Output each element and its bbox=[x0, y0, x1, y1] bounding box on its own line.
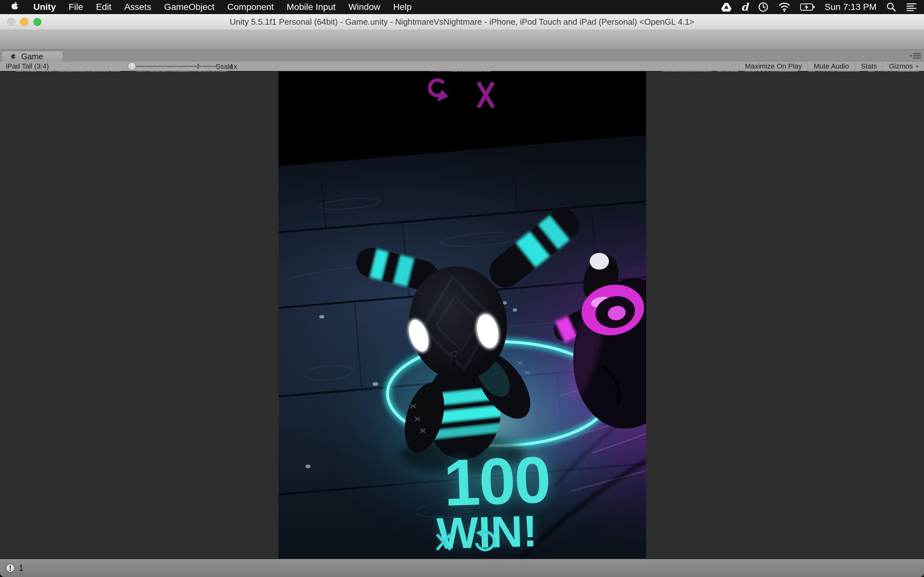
minimize-window-button[interactable] bbox=[20, 18, 28, 26]
close-icon bbox=[476, 81, 496, 109]
tab-options-menu[interactable]: ▾ bbox=[909, 53, 921, 59]
window-title-bar: Unity 5.5.1f1 Personal (64bit) - Game.un… bbox=[0, 14, 924, 30]
battery-icon[interactable] bbox=[800, 3, 815, 11]
game-close-top-button[interactable] bbox=[476, 81, 496, 109]
menu-status-area: d bbox=[721, 1, 924, 13]
menu-unity[interactable]: Unity bbox=[27, 0, 62, 14]
macos-menu-bar: Unity File Edit Assets GameObject Compon… bbox=[0, 0, 924, 14]
window-title: Unity 5.5.1f1 Personal (64bit) - Game.un… bbox=[230, 17, 694, 27]
wifi-icon[interactable] bbox=[779, 2, 790, 12]
apple-icon bbox=[10, 2, 19, 13]
restart-icon bbox=[427, 76, 448, 112]
game-view-icon bbox=[10, 53, 17, 60]
gizmos-dropdown-arrow: ▾ bbox=[916, 64, 918, 69]
window-controls bbox=[7, 18, 41, 26]
tab-menu-arrow-icon: ▾ bbox=[909, 53, 912, 58]
aspect-ratio-value: iPad Tall (3:4) bbox=[0, 62, 49, 71]
stats-label: Stats bbox=[861, 62, 877, 71]
menu-gameobject[interactable]: GameObject bbox=[158, 0, 221, 14]
menu-file[interactable]: File bbox=[62, 0, 89, 14]
menu-mobile-input[interactable]: Mobile Input bbox=[280, 0, 342, 14]
status-bar[interactable]: 1 bbox=[0, 558, 924, 577]
menu-help[interactable]: Help bbox=[387, 0, 418, 14]
menu-window[interactable]: Window bbox=[342, 0, 387, 14]
menu-assets[interactable]: Assets bbox=[118, 0, 158, 14]
maximize-on-play-button[interactable]: Maximize On Play bbox=[739, 61, 808, 71]
apple-menu[interactable] bbox=[0, 2, 27, 13]
menu-component[interactable]: Component bbox=[221, 0, 280, 14]
scale-slider-track[interactable] bbox=[132, 66, 225, 67]
tab-game-label: Game bbox=[21, 52, 43, 61]
gizmos-dropdown[interactable]: Gizmos ▾ bbox=[883, 61, 924, 71]
game-close-bottom-button[interactable] bbox=[435, 532, 453, 552]
scale-slider-handle[interactable] bbox=[128, 62, 136, 71]
mute-audio-label: Mute Audio bbox=[814, 62, 849, 71]
unity-editor-window: Unity File Edit Assets GameObject Compon… bbox=[0, 0, 924, 577]
spotlight-icon[interactable] bbox=[886, 2, 897, 12]
mute-audio-button[interactable]: Mute Audio bbox=[808, 61, 855, 71]
console-message-count: 1 bbox=[19, 563, 23, 573]
console-info-icon bbox=[5, 563, 15, 573]
zoom-window-button[interactable] bbox=[33, 18, 41, 26]
game-view-background: 100 WIN! bbox=[0, 71, 924, 558]
scale-value: 1x bbox=[230, 63, 237, 71]
tab-menu-lines-icon bbox=[913, 53, 921, 59]
menu-edit[interactable]: Edit bbox=[89, 0, 118, 14]
tab-game[interactable]: Game bbox=[2, 51, 63, 61]
unity-toolbar: Center Local bbox=[0, 30, 924, 50]
time-machine-icon[interactable] bbox=[758, 2, 769, 13]
gizmos-label: Gizmos bbox=[889, 62, 913, 71]
game-view-toolbar-right: Maximize On Play Mute Audio Stats Gizmos… bbox=[739, 61, 924, 71]
stats-button[interactable]: Stats bbox=[855, 61, 883, 71]
game-viewport[interactable]: 100 WIN! bbox=[278, 71, 646, 558]
menu-clock[interactable]: Sun 7:13 PM bbox=[825, 2, 877, 12]
game-restart-top-button[interactable] bbox=[427, 76, 448, 112]
restart-icon bbox=[473, 528, 498, 556]
drive-icon[interactable] bbox=[721, 3, 732, 12]
score-text: 100 bbox=[406, 445, 588, 517]
close-icon bbox=[435, 532, 453, 552]
docker-icon[interactable]: d bbox=[741, 1, 748, 13]
game-restart-bottom-button[interactable] bbox=[473, 528, 498, 556]
maximize-on-play-label: Maximize On Play bbox=[745, 62, 802, 71]
close-window-button[interactable] bbox=[7, 18, 15, 26]
game-view-toolbar: iPad Tall (3:4) ▲▼ Scale 1x Maximize On … bbox=[0, 61, 924, 71]
panel-tab-bar: Game ▾ bbox=[0, 50, 924, 61]
notification-center-icon[interactable] bbox=[906, 3, 917, 11]
